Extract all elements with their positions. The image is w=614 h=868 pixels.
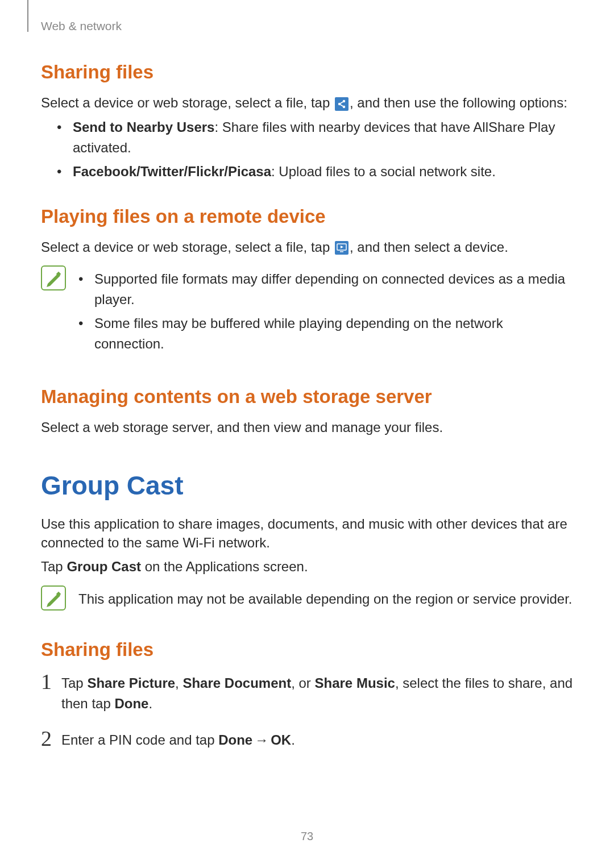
note-box-formats: Supported file formats may differ depend… xyxy=(41,264,573,358)
text-fragment: , or xyxy=(291,675,314,691)
app-name-bold: Group Cast xyxy=(67,559,141,574)
text-fragment: Tap xyxy=(61,675,87,691)
group-cast-body: Use this application to share images, do… xyxy=(41,514,573,553)
steps-list: 1 Tap Share Picture, Share Document, or … xyxy=(41,671,573,750)
text-fragment: . xyxy=(291,732,295,747)
note-content: Supported file formats may differ depend… xyxy=(78,264,573,358)
bold-text: Share Music xyxy=(315,675,395,691)
text-fragment: on the Applications screen. xyxy=(141,559,308,574)
section-heading-managing-web-storage: Managing contents on a web storage serve… xyxy=(41,386,573,408)
arrow-icon: → xyxy=(255,730,268,750)
step-number: 2 xyxy=(41,728,61,749)
text-fragment: Tap xyxy=(41,559,67,574)
page-content: Sharing files Select a device or web sto… xyxy=(41,61,573,764)
option-name: Send to Nearby Users xyxy=(73,119,214,135)
text-fragment: . xyxy=(148,696,152,711)
section-heading-sharing-files-2: Sharing files xyxy=(41,639,573,661)
step-text: Tap Share Picture, Share Document, or Sh… xyxy=(61,671,573,714)
svg-rect-6 xyxy=(340,251,343,252)
option-desc: : Upload files to a social network site. xyxy=(271,164,496,179)
note-pencil-icon xyxy=(41,265,66,290)
note-box-availability: This application may not be available de… xyxy=(41,584,573,610)
list-item: Facebook/Twitter/Flickr/Picasa: Upload f… xyxy=(57,161,573,182)
step-item: 1 Tap Share Picture, Share Document, or … xyxy=(41,671,573,714)
note-content: This application may not be available de… xyxy=(78,584,573,609)
note-text: This application may not be available de… xyxy=(78,584,573,609)
bold-text: Done xyxy=(218,732,252,747)
text-fragment: Select a device or web storage, select a… xyxy=(41,95,334,110)
list-item: Some files may be buffered while playing… xyxy=(78,313,573,354)
main-heading-group-cast: Group Cast xyxy=(41,470,573,501)
svg-line-3 xyxy=(339,101,344,104)
managing-body: Select a web storage server, and then vi… xyxy=(41,418,573,437)
list-item: Send to Nearby Users: Share files with n… xyxy=(57,117,573,158)
option-name: Facebook/Twitter/Flickr/Picasa xyxy=(73,164,271,179)
step-item: 2 Enter a PIN code and tap Done → OK. xyxy=(41,728,573,750)
svg-marker-7 xyxy=(341,246,343,248)
text-fragment: , xyxy=(175,675,182,691)
playing-remote-intro: Select a device or web storage, select a… xyxy=(41,238,573,257)
sharing-files-intro: Select a device or web storage, select a… xyxy=(41,93,573,113)
bold-text: Share Picture xyxy=(87,675,175,691)
step-text: Enter a PIN code and tap Done → OK. xyxy=(61,728,295,750)
note-bullets: Supported file formats may differ depend… xyxy=(78,269,573,354)
group-cast-tap: Tap Group Cast on the Applications scree… xyxy=(41,557,573,576)
svg-line-4 xyxy=(339,104,344,107)
sharing-options-list: Send to Nearby Users: Share files with n… xyxy=(57,117,573,182)
section-heading-playing-remote: Playing files on a remote device xyxy=(41,206,573,227)
section-heading-sharing-files-1: Sharing files xyxy=(41,61,573,83)
page-number: 73 xyxy=(0,830,614,843)
page-header: Web & network xyxy=(41,19,122,33)
share-icon xyxy=(335,97,349,111)
cast-screen-icon xyxy=(335,241,349,255)
bold-text: Share Document xyxy=(182,675,291,691)
bold-text: OK xyxy=(271,732,291,747)
text-fragment: Select a device or web storage, select a… xyxy=(41,239,334,255)
page-border-mark xyxy=(27,0,28,32)
bold-text: Done xyxy=(114,696,148,711)
text-fragment: Enter a PIN code and tap xyxy=(61,732,218,747)
list-item: Supported file formats may differ depend… xyxy=(78,269,573,310)
text-fragment: , and then use the following options: xyxy=(350,95,567,110)
note-pencil-icon xyxy=(41,585,66,610)
step-number: 1 xyxy=(41,671,61,692)
text-fragment: , and then select a device. xyxy=(350,239,508,255)
